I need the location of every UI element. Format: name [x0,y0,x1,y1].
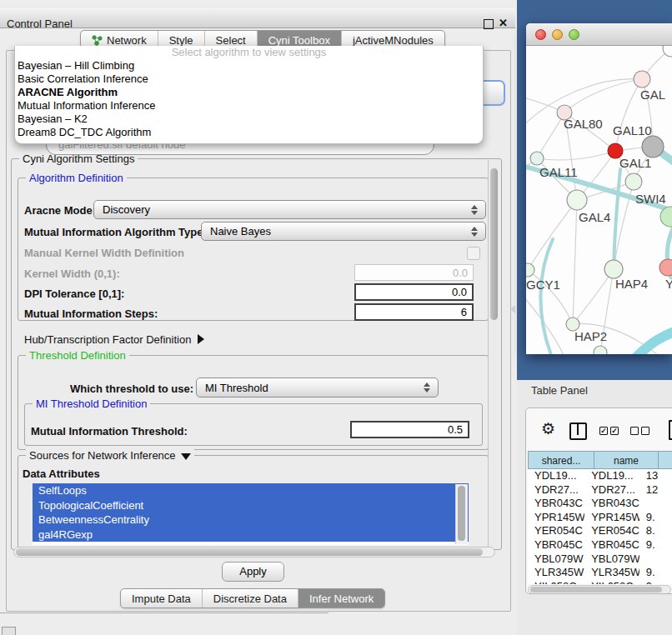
tab-label: Impute Data [132,592,191,605]
algorithm-option-dream8-dc-tdc-algorithm[interactable]: Dream8 DC_TDC Algorithm [15,126,483,139]
data-attributes-label: Data Attributes [23,468,100,480]
algorithm-option-bayesian-k2[interactable]: Bayesian – K2 [15,112,483,126]
table-row[interactable]: YLR345WYLR345W9. [528,566,672,580]
column-header-name[interactable]: name [594,451,659,469]
network-edge-highlighted[interactable] [614,169,620,269]
algorithm-option-aracne-algorithm[interactable]: ARACNE Algorithm [15,86,483,99]
network-node-gal11[interactable] [530,152,544,165]
network-edge[interactable] [526,292,564,354]
tab-infer-network[interactable]: Infer Network [298,589,384,608]
sources-group-title[interactable]: Sources for Network Inference [26,449,194,462]
network-view-window: GALGAL80GAL10GAL1GAL11SWI4GAL4GCY1HAP4YH… [526,23,672,354]
aracne-mode-select[interactable]: Discovery [93,200,486,219]
network-edge[interactable] [528,200,577,270]
table-row[interactable]: YIL052CYIL052C9. [528,580,672,584]
node-label-gal11: GAL11 [539,165,578,179]
scrollbar-thumb[interactable] [490,168,498,320]
minimize-traffic-light[interactable] [552,29,563,40]
gear-icon[interactable]: ⚙ [541,421,555,437]
panel-collapse-arrow-icon[interactable] [510,305,515,313]
cell: YBR043C [528,497,584,511]
kernel-width-label: Kernel Width (0,1): [24,268,120,280]
network-node-gal1[interactable] [625,173,642,190]
document-icon[interactable] [669,420,672,440]
manual-kernel-label: Manual Kernel Width Definition [24,247,184,259]
attributes-list-scrollbar[interactable] [455,484,468,544]
network-edge[interactable] [537,151,615,160]
mi-threshold-field[interactable]: 0.5 [350,421,469,438]
table-row[interactable]: YDL19...YDL19...13 [528,469,672,483]
data-attributes-list[interactable]: SelfLoopsTopologicalCoefficientBetweenne… [33,483,469,545]
attribute-item-topologicalcoefficient[interactable]: TopologicalCoefficient [33,498,469,513]
control-panel-titlebar: Control Panel ✕ [0,7,515,28]
table-row[interactable]: YBR045CYBR045C9. [528,538,672,552]
tab-label: Discretize Data [213,592,287,605]
node-label-gal80: GAL80 [564,117,603,131]
which-threshold-value: MI Threshold [197,382,420,394]
network-edge-highlighted[interactable] [540,239,553,354]
table-row[interactable]: YBR043CYBR043C [528,497,672,511]
hub-section-toggle[interactable]: Hub/Transcription Factor Definition [24,333,204,346]
network-edge[interactable] [537,112,564,158]
network-edge[interactable] [615,79,642,151]
node-label-y: Y [665,277,672,291]
algorithm-option-mutual-information-inference[interactable]: Mutual Information Inference [15,99,483,112]
which-threshold-select[interactable]: MI Threshold [196,378,439,398]
attribute-item-betweennesscentrality[interactable]: BetweennessCentrality [33,512,469,528]
tab-discretize-data[interactable]: Discretize Data [203,589,298,608]
kernel-width-field[interactable]: 0.0 [354,264,474,281]
network-node-gal-pink[interactable] [634,71,650,88]
network-edge[interactable] [573,269,614,324]
network-node-salmon-node[interactable] [659,259,672,276]
settings-vertical-scrollbar[interactable] [488,160,499,547]
table-row[interactable]: YDR27...YDR27...12 [528,483,672,498]
manual-kernel-checkbox[interactable] [467,247,480,260]
tab-label: Infer Network [309,592,374,605]
network-edge[interactable] [564,79,642,112]
close-icon[interactable]: ✕ [499,17,508,30]
network-node-partial-bottom[interactable] [594,346,607,354]
mi-type-value: Naive Bayes [202,225,468,238]
column-header-shared[interactable]: shared... [528,451,594,469]
scrollbar-thumb[interactable] [16,548,483,556]
mi-type-select[interactable]: Naive Bayes [201,222,486,241]
tab-impute-data[interactable]: Impute Data [121,589,203,608]
algorithm-option-bayesian-hill-climbing[interactable]: Bayesian – Hill Climbing [15,59,483,72]
network-node-gal4[interactable] [567,190,587,210]
algorithm-option-basic-correlation-inference[interactable]: Basic Correlation Inference [15,72,483,86]
columns-icon[interactable] [569,422,587,440]
zoom-traffic-light[interactable] [569,29,579,40]
attribute-item-selfloops[interactable]: SelfLoops [33,483,469,498]
cell: YDR27... [528,483,584,498]
cell: YDL19... [528,469,584,483]
scrollbar-thumb[interactable] [458,486,465,541]
node-label-gal10: GAL10 [613,123,652,138]
close-traffic-light[interactable] [535,29,546,40]
minimized-window-stub[interactable] [2,627,16,635]
attribute-item-gal4rgexp[interactable]: gal4RGexp [33,528,469,542]
deselect-all-checkboxes-icon[interactable] [630,427,649,435]
network-canvas[interactable]: GALGAL80GAL10GAL1GAL11SWI4GAL4GCY1HAP4YH… [526,46,672,354]
settings-horizontal-scrollbar[interactable] [13,547,495,558]
network-window-titlebar[interactable] [526,23,672,46]
dpi-tolerance-field[interactable]: 0.0 [354,283,474,301]
table-horizontal-scrollbar[interactable] [528,585,671,594]
float-window-icon[interactable] [484,19,494,29]
scrollbar-thumb[interactable] [530,587,662,592]
select-all-checkboxes-icon[interactable]: ✓✓ [599,427,619,435]
table-row[interactable]: YPR145WYPR145W9. [528,511,672,525]
table-row[interactable]: YER054CYER054C8. [528,524,672,538]
node-label-gal: GAL [640,88,665,102]
cell: 9. [639,511,672,525]
network-edge[interactable] [573,200,577,324]
node-label-hap2: HAP2 [574,329,607,343]
column-header-a[interactable]: A [659,451,672,469]
network-node-hap4[interactable] [604,260,623,278]
network-node-partial-top[interactable] [663,46,672,57]
cell: 9. [639,580,672,584]
network-node-gal10[interactable] [642,136,664,158]
mi-steps-field[interactable]: 6 [354,303,474,321]
combo-arrows-icon [468,227,481,237]
apply-button[interactable]: Apply [222,562,284,582]
table-row[interactable]: YBL079WYBL079W [528,552,672,567]
